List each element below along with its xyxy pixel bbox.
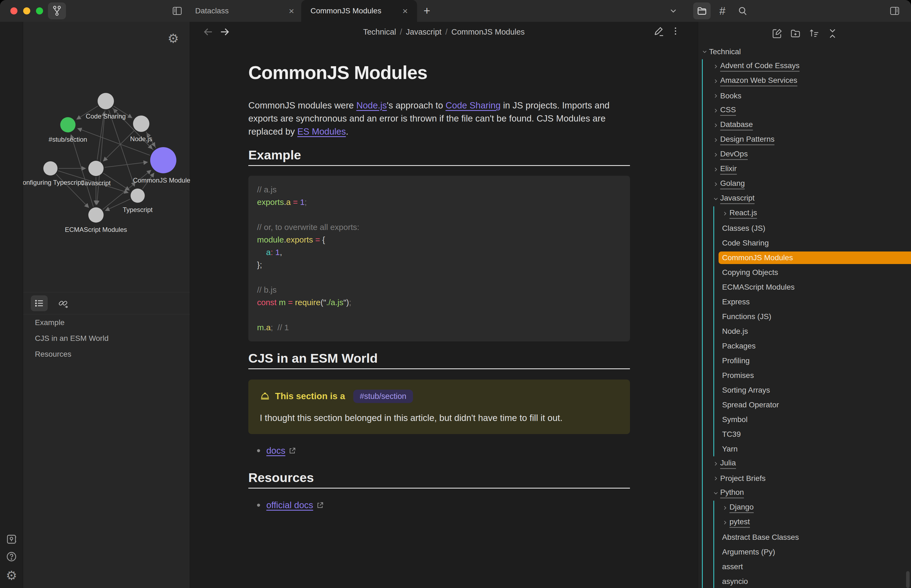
collapse-all-icon[interactable] xyxy=(827,28,838,39)
tree-item[interactable]: Symbol xyxy=(698,412,911,427)
settings-button[interactable]: ⚙ xyxy=(6,568,17,583)
chevron-right-icon[interactable] xyxy=(722,520,728,526)
tab-dataclass[interactable]: Dataclass × xyxy=(188,0,301,22)
tree-item[interactable]: Advent of Code Essays xyxy=(698,59,911,74)
edit-note-button[interactable] xyxy=(653,26,665,37)
graph-node-stub-section[interactable] xyxy=(60,117,76,132)
sort-icon[interactable] xyxy=(808,28,820,39)
new-note-button[interactable] xyxy=(771,28,783,39)
tree-item[interactable]: assert xyxy=(698,559,911,574)
wiki-link[interactable]: Code Sharing xyxy=(445,100,500,110)
tree-item[interactable]: Copying Objects xyxy=(698,265,911,280)
chevron-right-icon[interactable] xyxy=(713,137,719,143)
tree-item[interactable]: Design Patterns xyxy=(698,133,911,147)
search-button[interactable] xyxy=(735,0,750,22)
chevron-right-icon[interactable] xyxy=(713,152,719,158)
tree-item[interactable]: Functions (JS) xyxy=(698,309,911,324)
chevron-right-icon[interactable] xyxy=(713,122,719,128)
files-view-button[interactable] xyxy=(693,2,710,19)
tags-view-button[interactable]: # xyxy=(715,0,730,22)
close-tab-icon[interactable]: × xyxy=(402,6,408,16)
help-button[interactable] xyxy=(5,551,18,563)
docs-link[interactable]: docs xyxy=(266,446,285,456)
tree-item[interactable]: Python xyxy=(698,486,911,501)
graph-node-typescript[interactable] xyxy=(131,189,145,203)
chevron-right-icon[interactable] xyxy=(722,211,728,216)
chevron-right-icon[interactable] xyxy=(722,505,728,511)
chevron-right-icon[interactable] xyxy=(713,93,719,99)
local-graph[interactable]: Code Sharing#stub/sectionNode.jsConfigur… xyxy=(23,22,190,292)
tree-item[interactable]: Node.js xyxy=(698,324,911,339)
tree-item[interactable]: Django xyxy=(698,501,911,515)
tab-list-dropdown[interactable] xyxy=(666,0,681,22)
zoom-window-button[interactable] xyxy=(36,7,43,15)
tree-item[interactable]: ECMAScript Modules xyxy=(698,280,911,294)
scrollbar-thumb[interactable] xyxy=(906,571,909,588)
tree-item[interactable]: Javascript xyxy=(698,192,911,206)
tree-item[interactable]: Abstract Base Classes xyxy=(698,530,911,545)
vault-button[interactable] xyxy=(5,533,18,545)
tree-item[interactable]: asyncio xyxy=(698,574,911,588)
graph-mode-button[interactable] xyxy=(48,2,66,19)
tree-item[interactable]: CSS xyxy=(698,103,911,118)
tree-item[interactable]: Packages xyxy=(698,339,911,354)
close-window-button[interactable] xyxy=(10,7,18,15)
breadcrumb-part[interactable]: Technical xyxy=(363,27,396,37)
chevron-right-icon[interactable] xyxy=(713,63,719,69)
breadcrumb-part[interactable]: Javascript xyxy=(406,27,442,37)
chevron-right-icon[interactable] xyxy=(713,461,719,467)
links-tab-button[interactable] xyxy=(55,296,72,311)
tree-item[interactable]: Profiling xyxy=(698,354,911,368)
tab-commonjs-modules[interactable]: CommonJS Modules × xyxy=(301,0,417,22)
official-docs-link[interactable]: official docs xyxy=(266,500,313,510)
tree-item[interactable]: Express xyxy=(698,294,911,309)
outline-item[interactable]: Resources xyxy=(23,346,190,362)
breadcrumb-part[interactable]: CommonJS Modules xyxy=(451,27,525,37)
tree-item[interactable]: pytest xyxy=(698,515,911,530)
wiki-link[interactable]: ES Modules xyxy=(298,126,346,137)
toggle-left-sidebar-button[interactable] xyxy=(170,0,185,22)
chevron-down-icon[interactable] xyxy=(713,196,719,202)
minimize-window-button[interactable] xyxy=(23,7,30,15)
new-folder-button[interactable] xyxy=(790,28,801,39)
tree-item[interactable]: Books xyxy=(698,89,911,103)
tree-item[interactable]: Spread Operator xyxy=(698,397,911,412)
chevron-down-icon[interactable] xyxy=(713,490,719,496)
tree-item[interactable]: Project Briefs xyxy=(698,471,911,486)
tree-item[interactable]: Sorting Arrays xyxy=(698,383,911,397)
graph-node-javascript[interactable] xyxy=(88,161,104,176)
graph-node-nodejs[interactable] xyxy=(133,116,149,132)
chevron-right-icon[interactable] xyxy=(713,166,719,173)
tree-item[interactable]: Technical xyxy=(698,44,911,59)
tree-item[interactable]: Code Sharing xyxy=(698,236,911,250)
outline-tab-button[interactable] xyxy=(31,296,48,311)
tree-item[interactable]: TC39 xyxy=(698,427,911,442)
outline-item[interactable]: Example xyxy=(23,315,190,331)
close-tab-icon[interactable]: × xyxy=(289,6,294,16)
tree-item[interactable]: Elixir xyxy=(698,162,911,177)
chevron-down-icon[interactable] xyxy=(702,49,708,55)
breadcrumb[interactable]: Technical/Javascript/CommonJS Modules xyxy=(190,22,698,42)
tree-item[interactable]: Database xyxy=(698,118,911,133)
graph-node-configuring-typescript[interactable] xyxy=(43,161,58,176)
tree-item[interactable]: Promises xyxy=(698,368,911,383)
chevron-right-icon[interactable] xyxy=(713,181,719,187)
graph-node-code-sharing[interactable] xyxy=(97,93,114,109)
tree-item[interactable]: Golang xyxy=(698,177,911,192)
toggle-right-sidebar-button[interactable] xyxy=(887,0,903,22)
tree-item[interactable]: Classes (JS) xyxy=(698,221,911,236)
tree-item[interactable]: Yarn xyxy=(698,442,911,456)
wiki-link[interactable]: Node.js xyxy=(356,100,387,110)
stub-tag-pill[interactable]: #stub/section xyxy=(353,389,413,403)
outline-item[interactable]: CJS in an ESM World xyxy=(23,331,190,346)
graph-node-ecmascript-modules[interactable] xyxy=(88,207,104,223)
chevron-right-icon[interactable] xyxy=(713,78,719,84)
tree-item[interactable]: Julia xyxy=(698,456,911,471)
chevron-right-icon[interactable] xyxy=(713,108,719,114)
tree-item[interactable]: CommonJS Modules xyxy=(698,250,911,265)
note-menu-button[interactable] xyxy=(670,26,681,37)
tree-item[interactable]: Amazon Web Services xyxy=(698,74,911,89)
new-tab-button[interactable]: + xyxy=(419,0,435,22)
tree-item[interactable]: React.js xyxy=(698,206,911,221)
tree-item[interactable]: Arguments (Py) xyxy=(698,545,911,559)
